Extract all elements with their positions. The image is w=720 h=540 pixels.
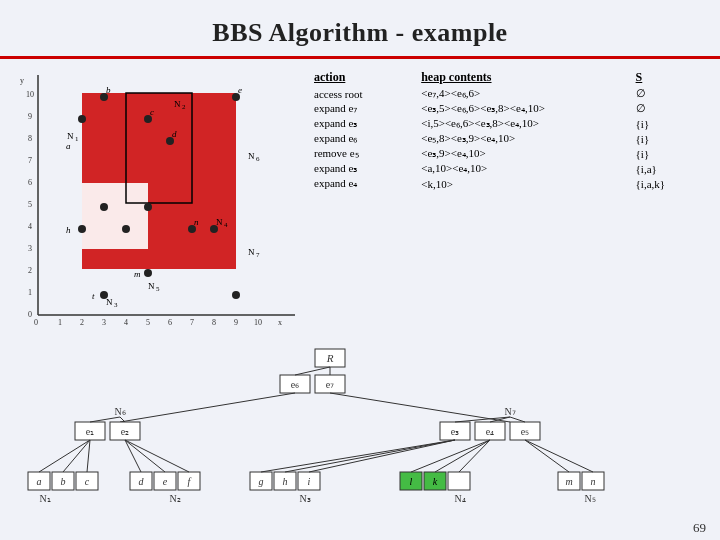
svg-line-137 bbox=[525, 440, 569, 472]
svg-text:R: R bbox=[326, 352, 334, 364]
col-header-s: S bbox=[630, 69, 710, 86]
svg-line-106 bbox=[87, 440, 90, 472]
main-content: 0 1 2 3 4 5 6 7 8 9 10 x 0 1 2 3 4 5 6 bbox=[0, 65, 720, 335]
svg-point-49 bbox=[122, 225, 130, 233]
action-cell: remove e₅ bbox=[308, 146, 415, 161]
svg-text:b: b bbox=[106, 85, 111, 95]
svg-line-138 bbox=[525, 440, 593, 472]
svg-text:e₄: e₄ bbox=[486, 426, 494, 437]
svg-text:t: t bbox=[92, 291, 95, 301]
svg-line-77 bbox=[330, 393, 510, 422]
svg-point-63 bbox=[232, 291, 240, 299]
svg-line-131 bbox=[435, 440, 490, 472]
action-cell: access root bbox=[308, 86, 415, 101]
svg-point-48 bbox=[144, 203, 152, 211]
svg-text:7: 7 bbox=[28, 156, 32, 165]
svg-text:2: 2 bbox=[182, 103, 186, 111]
svg-text:N₂: N₂ bbox=[169, 493, 180, 504]
svg-line-115 bbox=[125, 440, 189, 472]
table-row: access root<e₇,4><e₆,6>∅ bbox=[308, 86, 710, 101]
svg-text:N₆: N₆ bbox=[114, 406, 125, 417]
svg-text:e: e bbox=[238, 85, 242, 95]
svg-line-92 bbox=[510, 417, 525, 422]
action-cell: expand e₆ bbox=[308, 131, 415, 146]
svg-text:h: h bbox=[66, 225, 71, 235]
svg-line-105 bbox=[63, 440, 90, 472]
action-cell: expand e₃ bbox=[308, 116, 415, 131]
svg-rect-27 bbox=[82, 183, 148, 249]
svg-text:c: c bbox=[150, 107, 154, 117]
table-row: expand e₃<a,10><e₄,10>{i,a} bbox=[308, 161, 710, 176]
svg-text:d: d bbox=[172, 129, 177, 139]
s-cell: {i,a} bbox=[630, 161, 710, 176]
svg-text:10: 10 bbox=[254, 318, 262, 327]
divider bbox=[0, 56, 720, 59]
heap-cell: <k,10> bbox=[415, 176, 629, 191]
svg-point-57 bbox=[144, 269, 152, 277]
table-row: expand e₄<k,10>{i,a,k} bbox=[308, 176, 710, 191]
svg-text:6: 6 bbox=[28, 178, 32, 187]
svg-text:1: 1 bbox=[75, 135, 79, 143]
svg-line-123 bbox=[285, 440, 455, 472]
svg-text:n: n bbox=[194, 217, 199, 227]
svg-text:N: N bbox=[67, 131, 74, 141]
svg-point-44 bbox=[78, 115, 86, 123]
svg-text:2: 2 bbox=[28, 266, 32, 275]
svg-text:4: 4 bbox=[224, 221, 228, 229]
table-row: expand e₇<e₃,5><e₆,6><e₃,8><e₄,10>∅ bbox=[308, 101, 710, 116]
svg-text:3: 3 bbox=[102, 318, 106, 327]
svg-text:3: 3 bbox=[28, 244, 32, 253]
svg-text:N: N bbox=[216, 217, 223, 227]
svg-text:g: g bbox=[259, 476, 264, 487]
svg-text:0: 0 bbox=[34, 318, 38, 327]
svg-text:N₇: N₇ bbox=[504, 406, 515, 417]
col-header-heap: heap contents bbox=[415, 69, 629, 86]
svg-text:1: 1 bbox=[58, 318, 62, 327]
heap-cell: <i,5><e₆,6><e₃,8><e₄,10> bbox=[415, 116, 629, 131]
svg-text:9: 9 bbox=[28, 112, 32, 121]
heap-cell: <a,10><e₄,10> bbox=[415, 161, 629, 176]
svg-text:7: 7 bbox=[256, 251, 260, 259]
action-cell: expand e₃ bbox=[308, 161, 415, 176]
action-cell: expand e₄ bbox=[308, 176, 415, 191]
svg-text:N₃: N₃ bbox=[299, 493, 310, 504]
svg-line-113 bbox=[125, 440, 141, 472]
s-cell: {i} bbox=[630, 116, 710, 131]
svg-text:N: N bbox=[248, 151, 255, 161]
svg-text:k: k bbox=[433, 476, 438, 487]
svg-text:6: 6 bbox=[256, 155, 260, 163]
svg-text:5: 5 bbox=[146, 318, 150, 327]
heap-cell: <e₇,4><e₆,6> bbox=[415, 86, 629, 101]
svg-text:6: 6 bbox=[168, 318, 172, 327]
page-title: BBS Algorithm - example bbox=[0, 0, 720, 56]
s-cell: {i} bbox=[630, 131, 710, 146]
svg-text:5: 5 bbox=[28, 200, 32, 209]
svg-text:x: x bbox=[278, 318, 282, 327]
svg-text:N: N bbox=[174, 99, 181, 109]
s-cell: ∅ bbox=[630, 86, 710, 101]
s-cell: {i,a,k} bbox=[630, 176, 710, 191]
svg-text:4: 4 bbox=[28, 222, 32, 231]
svg-line-122 bbox=[261, 440, 455, 472]
svg-text:N: N bbox=[248, 247, 255, 257]
svg-text:5: 5 bbox=[156, 285, 160, 293]
svg-point-46 bbox=[78, 225, 86, 233]
table-area: action heap contents S access root<e₇,4>… bbox=[308, 65, 710, 335]
svg-text:1: 1 bbox=[28, 288, 32, 297]
svg-line-124 bbox=[309, 440, 455, 472]
svg-text:b: b bbox=[61, 476, 66, 487]
svg-text:y: y bbox=[20, 76, 24, 85]
slide: BBS Algorithm - example 0 1 2 3 4 5 6 7 … bbox=[0, 0, 720, 540]
svg-text:9: 9 bbox=[234, 318, 238, 327]
svg-text:e₇: e₇ bbox=[326, 379, 334, 390]
svg-line-76 bbox=[120, 393, 295, 422]
svg-text:m: m bbox=[565, 476, 572, 487]
table-row: remove e₅<e₃,9><e₄,10>{i} bbox=[308, 146, 710, 161]
svg-text:e₁: e₁ bbox=[86, 426, 94, 437]
svg-text:a: a bbox=[66, 141, 71, 151]
algorithm-table: action heap contents S access root<e₇,4>… bbox=[308, 69, 710, 191]
svg-text:e₆: e₆ bbox=[291, 379, 299, 390]
svg-text:2: 2 bbox=[80, 318, 84, 327]
svg-text:8: 8 bbox=[28, 134, 32, 143]
svg-text:e₂: e₂ bbox=[121, 426, 129, 437]
